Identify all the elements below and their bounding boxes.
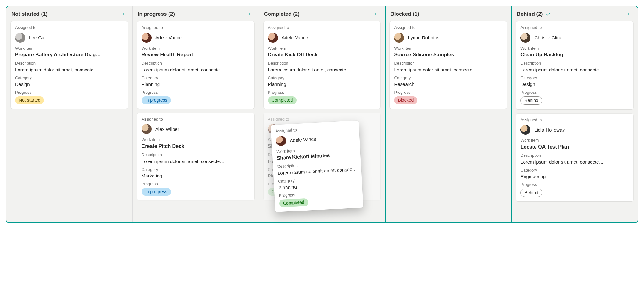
assignee-name: Adele Vance bbox=[282, 35, 308, 40]
category-value: Engineering bbox=[520, 174, 629, 179]
category-value: Design bbox=[15, 82, 124, 87]
column-title[interactable]: Behind (2) bbox=[517, 11, 551, 17]
column-title[interactable]: Not started (1) bbox=[11, 11, 47, 17]
category-label: Category bbox=[394, 76, 502, 81]
kanban-card[interactable]: Assigned toLidia HollowayWork itemLocate… bbox=[516, 114, 633, 201]
work-item-label: Work item bbox=[142, 137, 250, 142]
card-list: Assigned toAdele VanceWork itemReview He… bbox=[133, 21, 259, 205]
avatar bbox=[520, 125, 530, 135]
description-label: Description bbox=[15, 61, 124, 66]
avatar bbox=[268, 33, 278, 43]
work-item-title: Locate QA Test Plan bbox=[520, 144, 629, 150]
category-label: Category bbox=[15, 76, 124, 81]
column-title[interactable]: Blocked (1) bbox=[390, 11, 419, 17]
description-label: Description bbox=[268, 61, 376, 66]
progress-label: Progress bbox=[268, 90, 376, 95]
assigned-to-label: Assigned to bbox=[394, 25, 502, 30]
column-header: Behind (2) bbox=[512, 6, 638, 21]
category-label: Category bbox=[520, 76, 629, 81]
description-text: Lorem ipsum dolor sit amet, consecte… bbox=[15, 67, 124, 72]
progress-label: Progress bbox=[520, 90, 629, 95]
description-text: Lorem ipsum dolor sit amet, consecte… bbox=[142, 159, 250, 164]
status-badge: Behind bbox=[520, 189, 542, 197]
work-item-label: Work item bbox=[142, 46, 250, 51]
column-header: Not started (1) bbox=[6, 6, 132, 21]
kanban-card[interactable]: Assigned toLee GuWork itemPrepare Batter… bbox=[11, 21, 128, 109]
work-item-title: Source Silicone Samples bbox=[394, 52, 502, 58]
work-item-title: Review Health Report bbox=[142, 52, 250, 58]
assignee-name: Alex Wilber bbox=[155, 127, 179, 132]
category-label: Category bbox=[142, 167, 250, 172]
checkmark-icon bbox=[545, 11, 551, 17]
add-card-button[interactable] bbox=[625, 10, 633, 18]
card-list: Assigned toChristie ClineWork itemClean … bbox=[512, 21, 638, 206]
work-item-label: Work item bbox=[268, 46, 376, 51]
kanban-card[interactable]: Assigned toAdele VanceWork itemReview He… bbox=[137, 21, 254, 109]
kanban-column: Behind (2)Assigned toChristie ClineWork … bbox=[512, 6, 638, 222]
assignee-name: Christie Cline bbox=[534, 35, 562, 40]
assigned-to-label: Assigned to bbox=[268, 25, 376, 30]
dragging-card[interactable]: Assigned to Adele Vance Work item Share … bbox=[271, 121, 363, 212]
kanban-card[interactable]: Assigned toAdele VanceWork itemCreate Ki… bbox=[264, 21, 381, 109]
progress-label: Progress bbox=[279, 189, 358, 199]
column-title[interactable]: In progress (2) bbox=[138, 11, 175, 17]
avatar bbox=[142, 33, 152, 43]
assigned-to-label: Assigned to bbox=[275, 125, 355, 134]
category-label: Category bbox=[520, 168, 629, 173]
assigned-to-label: Assigned to bbox=[268, 117, 376, 122]
category-value: Design bbox=[520, 82, 629, 87]
progress-label: Progress bbox=[394, 90, 502, 95]
work-item-title: Create Kick Off Deck bbox=[268, 52, 376, 58]
avatar bbox=[142, 124, 152, 134]
status-badge: Completed bbox=[268, 96, 297, 104]
avatar bbox=[520, 33, 530, 43]
category-value: Planning bbox=[268, 82, 376, 87]
work-item-label: Work item bbox=[520, 46, 629, 51]
assignee-name: Lynne Robbins bbox=[408, 35, 439, 40]
work-item-title: Prepare Battery Architecture Diag… bbox=[15, 52, 124, 58]
description-label: Description bbox=[394, 61, 502, 66]
card-list: Assigned toLynne RobbinsWork itemSource … bbox=[385, 21, 511, 113]
column-title[interactable]: Completed (2) bbox=[264, 11, 300, 17]
assignee-name: Lee Gu bbox=[29, 35, 44, 40]
add-card-button[interactable] bbox=[119, 10, 127, 18]
kanban-card[interactable]: Assigned toChristie ClineWork itemClean … bbox=[516, 21, 633, 109]
description-label: Description bbox=[142, 61, 250, 66]
kanban-card[interactable]: Assigned toLynne RobbinsWork itemSource … bbox=[390, 21, 507, 109]
work-item-title: Clean Up Backlog bbox=[520, 52, 629, 58]
description-label: Description bbox=[520, 61, 629, 66]
add-card-button[interactable] bbox=[372, 10, 380, 18]
card-list: Assigned toLee GuWork itemPrepare Batter… bbox=[6, 21, 132, 113]
category-label: Category bbox=[268, 76, 376, 81]
assigned-to-label: Assigned to bbox=[15, 25, 124, 30]
progress-label: Progress bbox=[520, 182, 629, 187]
status-badge: Not started bbox=[15, 96, 44, 104]
work-item-label: Work item bbox=[394, 46, 502, 51]
category-label: Category bbox=[142, 76, 250, 81]
status-badge: Behind bbox=[520, 96, 542, 105]
description-label: Description bbox=[142, 152, 250, 157]
status-badge: In progress bbox=[142, 96, 171, 104]
add-card-button[interactable] bbox=[498, 10, 506, 18]
assignee-name: Adele Vance bbox=[290, 136, 316, 143]
status-badge: Blocked bbox=[394, 96, 417, 104]
progress-label: Progress bbox=[15, 90, 124, 95]
status-badge: In progress bbox=[142, 188, 171, 196]
kanban-card[interactable]: Assigned toAlex WilberWork itemCreate Pi… bbox=[137, 113, 254, 200]
progress-label: Progress bbox=[142, 182, 250, 187]
work-item-label: Work item bbox=[520, 138, 629, 143]
description-label: Description bbox=[520, 153, 629, 158]
avatar bbox=[394, 33, 404, 43]
kanban-column: Blocked (1)Assigned toLynne RobbinsWork … bbox=[385, 6, 512, 222]
status-badge: Completed bbox=[279, 198, 308, 208]
kanban-column: In progress (2)Assigned toAdele VanceWor… bbox=[133, 6, 259, 222]
category-value: Marketing bbox=[142, 173, 250, 178]
description-text: Lorem ipsum dolor sit amet, consecte… bbox=[520, 159, 629, 165]
avatar bbox=[276, 136, 286, 146]
progress-label: Progress bbox=[142, 90, 250, 95]
kanban-column: Not started (1)Assigned toLee GuWork ite… bbox=[6, 6, 133, 222]
category-value: Research bbox=[394, 82, 502, 87]
description-text: Lorem ipsum dolor sit amet, consecte… bbox=[394, 67, 502, 72]
add-card-button[interactable] bbox=[246, 10, 254, 18]
column-header: Completed (2) bbox=[259, 6, 385, 21]
